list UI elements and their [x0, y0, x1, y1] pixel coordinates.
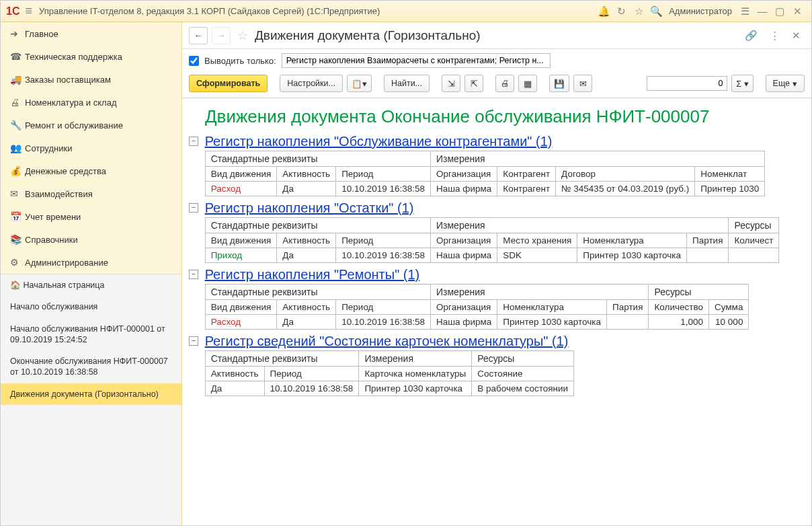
- col-header: Активность: [277, 167, 336, 182]
- col-header: Партия: [686, 233, 728, 248]
- close-icon[interactable]: ✕: [788, 5, 806, 17]
- col-header: Сумма: [708, 300, 748, 315]
- collapse-toggle[interactable]: −: [189, 270, 198, 279]
- open-item-1[interactable]: Начало обслуживания: [1, 296, 181, 317]
- sidebar-icon: 💰: [10, 165, 25, 176]
- open-item-3[interactable]: Окончание обслуживания НФИТ-000007 от 10…: [1, 350, 181, 383]
- logo-1c: 1C: [6, 5, 19, 17]
- col-header: Договор: [556, 167, 695, 182]
- sidebar-icon: 👥: [10, 143, 25, 153]
- expand-icon[interactable]: ⇲: [442, 75, 460, 92]
- open-item-4[interactable]: Движения документа (Горизонтально): [1, 383, 181, 405]
- more-icon[interactable]: ⋮: [766, 30, 784, 42]
- table-icon[interactable]: ▦: [518, 75, 537, 92]
- sidebar-item-3[interactable]: 🖨Номенклатура и склад: [1, 91, 181, 114]
- table-row: РасходДа10.10.2019 16:38:58Наша фирмаПри…: [205, 315, 749, 330]
- cell: Принтер 1030 карточка: [359, 381, 472, 396]
- sidebar-item-7[interactable]: ✉Взаимодействия: [1, 182, 181, 205]
- sidebar-item-5[interactable]: 👥Сотрудники: [1, 137, 181, 159]
- cell: Принтер 1030: [695, 182, 765, 196]
- collapse-icon[interactable]: ⇱: [464, 75, 483, 92]
- forward-button[interactable]: →: [212, 27, 231, 44]
- cell: 1,000: [649, 315, 709, 330]
- group-header: Измерения: [359, 351, 472, 367]
- sidebar-label: Ремонт и обслуживание: [25, 120, 123, 130]
- filter-label: Выводить только:: [204, 56, 276, 66]
- col-header: Партия: [607, 300, 649, 315]
- col-header: Состояние: [472, 367, 574, 381]
- register-table: Стандартные реквизитыИзмерения Вид движе…: [205, 151, 766, 196]
- col-header: Количество: [649, 300, 709, 315]
- collapse-toggle[interactable]: −: [189, 203, 198, 213]
- back-button[interactable]: ←: [189, 27, 208, 44]
- sidebar-item-10[interactable]: ⚙Администрирование: [1, 251, 181, 274]
- sidebar-item-4[interactable]: 🔧Ремонт и обслуживание: [1, 114, 181, 137]
- sidebar-label: Денежные средства: [25, 166, 106, 176]
- cell: Да: [277, 248, 336, 263]
- col-header: Номенклат: [695, 167, 765, 182]
- form-button[interactable]: Сформировать: [189, 75, 268, 92]
- col-header: Вид движения: [205, 233, 277, 248]
- sidebar: ➔Главное☎Техническая поддержка🚚Заказы по…: [1, 22, 182, 525]
- mail-icon[interactable]: ✉: [573, 75, 592, 92]
- sidebar-item-9[interactable]: 📚Справочники: [1, 228, 181, 251]
- sigma-button[interactable]: Σ ▾: [731, 75, 753, 92]
- sum-input[interactable]: [647, 76, 727, 91]
- content-header: ← → ☆ Движения документа (Горизонтально)…: [182, 22, 811, 49]
- cell: Принтер 1030 карточка: [577, 248, 687, 263]
- cell: Расход: [205, 315, 277, 330]
- collapse-toggle[interactable]: −: [189, 137, 198, 146]
- group-header: Стандартные реквизиты: [205, 351, 359, 367]
- cell: 10.10.2019 16:38:58: [264, 381, 359, 396]
- sidebar-icon: ⚙: [10, 257, 25, 268]
- collapse-toggle[interactable]: −: [189, 336, 198, 346]
- col-header: Активность: [277, 300, 336, 315]
- settings-icon[interactable]: ☰: [736, 5, 754, 17]
- search-icon[interactable]: 🔍: [647, 5, 665, 17]
- col-header: Активность: [277, 233, 336, 248]
- link-icon[interactable]: 🔗: [741, 30, 762, 42]
- menu-icon[interactable]: ≡: [25, 4, 32, 18]
- register-link-0[interactable]: Регистр накопления "Обслуживание контраг…: [205, 134, 553, 149]
- cell: 10.10.2019 16:38:58: [336, 315, 431, 330]
- user-label[interactable]: Администратор: [665, 6, 736, 16]
- sidebar-label: Номенклатура и склад: [25, 98, 116, 108]
- history-icon[interactable]: ↻: [612, 5, 630, 17]
- cell: Наша фирма: [431, 315, 497, 330]
- sidebar-item-1[interactable]: ☎Техническая поддержка: [1, 45, 181, 68]
- sidebar-label: Учет времени: [25, 212, 81, 222]
- close-tab-icon[interactable]: ✕: [788, 30, 805, 42]
- filter-checkbox[interactable]: [189, 56, 199, 66]
- sidebar-label: Справочники: [25, 235, 78, 245]
- register-link-2[interactable]: Регистр накопления "Ремонты" (1): [205, 267, 420, 282]
- titlebar: 1C ≡ Управление IT-отделом 8, редакция 3…: [1, 1, 811, 22]
- group-header: Измерения: [431, 218, 729, 233]
- more-button[interactable]: Еще ▾: [766, 75, 805, 92]
- print-icon[interactable]: 🖨: [495, 75, 514, 92]
- col-header: Организация: [431, 167, 497, 182]
- sidebar-item-2[interactable]: 🚚Заказы поставщикам: [1, 68, 181, 91]
- cell: [686, 248, 728, 263]
- minimize-icon[interactable]: —: [754, 5, 771, 17]
- favorite-icon[interactable]: ☆: [237, 28, 248, 43]
- sidebar-item-8[interactable]: 📅Учет времени: [1, 205, 181, 228]
- maximize-icon[interactable]: ▢: [771, 5, 788, 17]
- register-link-1[interactable]: Регистр накопления "Остатки" (1): [205, 200, 414, 215]
- report-area: Движения документа Окончание обслуживани…: [182, 98, 811, 525]
- open-item-2[interactable]: Начало обслуживания НФИТ-000001 от 09.10…: [1, 318, 181, 351]
- sidebar-item-6[interactable]: 💰Денежные средства: [1, 159, 181, 182]
- col-header: Период: [264, 367, 359, 381]
- col-header: Организация: [431, 233, 497, 248]
- find-button[interactable]: Найти...: [384, 75, 430, 92]
- save-icon[interactable]: 💾: [549, 75, 569, 92]
- filter-input[interactable]: [282, 53, 551, 68]
- sidebar-item-0[interactable]: ➔Главное: [1, 22, 181, 45]
- col-header: Период: [336, 233, 431, 248]
- group-header: Измерения: [431, 151, 765, 167]
- bell-icon[interactable]: 🔔: [595, 5, 612, 17]
- variants-button[interactable]: 📋▾: [347, 75, 372, 92]
- star-icon[interactable]: ☆: [630, 5, 647, 17]
- register-link-3[interactable]: Регистр сведений "Состояние карточек ном…: [205, 334, 569, 348]
- settings-button[interactable]: Настройки...: [280, 75, 343, 92]
- open-item-0[interactable]: 🏠 Начальная страница: [1, 274, 181, 296]
